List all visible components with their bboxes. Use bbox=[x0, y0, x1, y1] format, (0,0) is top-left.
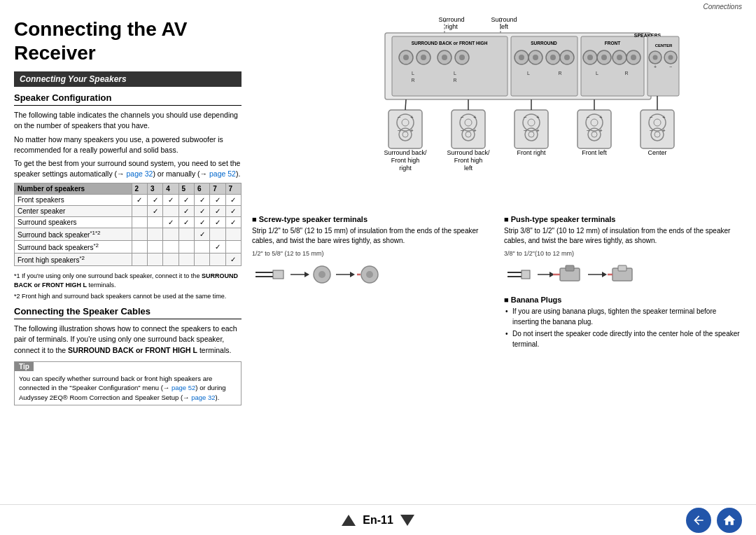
svg-point-52 bbox=[668, 55, 673, 60]
svg-point-125 bbox=[366, 271, 373, 278]
page-container: Connections Connecting the AV Receiver C… bbox=[0, 0, 756, 535]
cables-title: Connecting the Speaker Cables bbox=[14, 306, 241, 319]
prev-page-button[interactable] bbox=[342, 515, 356, 526]
svg-text:+: + bbox=[662, 114, 666, 120]
svg-marker-119 bbox=[304, 272, 309, 277]
table-row: Surround speakers ✓✓✓✓✓ bbox=[15, 216, 241, 228]
svg-text:−: − bbox=[587, 127, 590, 134]
banana-title: Banana Plugs bbox=[504, 296, 742, 304]
back-button[interactable] bbox=[686, 508, 711, 533]
svg-point-41 bbox=[617, 55, 622, 60]
svg-text:Front high: Front high bbox=[454, 157, 483, 164]
speaker-table: Number of speakers 2 3 4 5 6 7 7 Front s… bbox=[14, 183, 241, 267]
home-icon bbox=[722, 513, 736, 527]
svg-text:SURROUND BACK or FRONT HIGH: SURROUND BACK or FRONT HIGH bbox=[412, 41, 488, 46]
section-header: Connecting Your Speakers bbox=[14, 71, 241, 87]
svg-point-49 bbox=[653, 55, 658, 60]
svg-marker-123 bbox=[350, 272, 355, 277]
speaker-config-title: Speaker Configuration bbox=[14, 92, 241, 106]
tip-page32-link[interactable]: page 32 bbox=[191, 394, 215, 401]
tip-box: Tip You can specify whether surround bac… bbox=[14, 361, 241, 405]
svg-point-15 bbox=[403, 55, 409, 60]
svg-text:Surround back/: Surround back/ bbox=[447, 149, 490, 156]
tip-page52-link[interactable]: page 52 bbox=[172, 384, 195, 391]
table-col-7b: 7 bbox=[225, 183, 241, 194]
page-title: Connecting the AV Receiver bbox=[14, 18, 241, 64]
svg-text:−: − bbox=[398, 127, 401, 134]
svg-point-29 bbox=[533, 55, 538, 60]
svg-text:right: right bbox=[445, 23, 458, 30]
svg-text:−: − bbox=[461, 127, 464, 134]
svg-text:left: left bbox=[500, 23, 509, 30]
table-row: Surround back speaker*1*2 ✓ bbox=[15, 228, 241, 240]
table-col-4: 4 bbox=[163, 183, 178, 194]
speaker-config-para3: To get the best from your surround sound… bbox=[14, 158, 241, 179]
svg-text:R: R bbox=[411, 78, 414, 83]
svg-text:+: + bbox=[599, 114, 603, 120]
section-label: Connections bbox=[703, 3, 742, 11]
svg-text:right: right bbox=[399, 165, 412, 172]
cables-para: The following illustration shows how to … bbox=[14, 324, 241, 356]
banana-section: Banana Plugs • If you are using banana p… bbox=[504, 296, 742, 349]
footer-nav-icons bbox=[686, 508, 742, 533]
banana-point-2: Do not insert the speaker code directly … bbox=[512, 330, 740, 348]
table-col-5: 5 bbox=[178, 183, 194, 194]
svg-rect-90 bbox=[640, 110, 674, 148]
svg-text:L: L bbox=[527, 71, 530, 76]
push-terminal-block: Push-type speaker terminals Strip 3/8" t… bbox=[504, 215, 742, 349]
home-button[interactable] bbox=[717, 508, 742, 533]
left-column: Connecting the AV Receiver Connecting Yo… bbox=[14, 12, 252, 504]
svg-point-21 bbox=[459, 55, 465, 60]
svg-text:Surround: Surround bbox=[438, 16, 464, 23]
svg-text:CENTER: CENTER bbox=[655, 43, 673, 48]
terminals-section: Screw-type speaker terminals Strip 1/2" … bbox=[252, 215, 742, 349]
svg-text:+: + bbox=[473, 127, 477, 134]
next-page-button[interactable] bbox=[400, 515, 414, 526]
table-col-6: 6 bbox=[194, 183, 209, 194]
svg-text:L: L bbox=[454, 71, 456, 76]
table-col-3: 3 bbox=[147, 183, 162, 194]
svg-text:−: − bbox=[587, 114, 590, 120]
push-terminal-desc: Strip 3/8" to 1/2" (10 to 12 mm) of insu… bbox=[504, 226, 742, 246]
back-icon bbox=[692, 513, 706, 527]
svg-marker-136 bbox=[602, 272, 607, 277]
svg-text:Surround: Surround bbox=[491, 16, 517, 23]
svg-text:+: + bbox=[599, 127, 603, 134]
svg-text:+: + bbox=[536, 127, 540, 134]
svg-rect-72 bbox=[514, 110, 548, 148]
svg-text:−: − bbox=[524, 127, 527, 134]
svg-point-17 bbox=[421, 55, 426, 60]
svg-text:Front high: Front high bbox=[391, 157, 420, 164]
page-number: En-11 bbox=[363, 514, 393, 527]
svg-rect-117 bbox=[273, 270, 284, 279]
svg-text:R: R bbox=[453, 78, 456, 83]
screw-terminal-desc: Strip 1/2" to 5/8" (12 to 15 mm) of insu… bbox=[252, 226, 490, 246]
svg-rect-133 bbox=[566, 265, 574, 271]
tip-label: Tip bbox=[15, 362, 34, 371]
speaker-diagram-svg: Surround right Surround left SURROUND BA… bbox=[252, 12, 742, 194]
svg-text:−: − bbox=[524, 114, 527, 120]
svg-text:+: + bbox=[654, 64, 657, 69]
svg-point-27 bbox=[519, 55, 524, 60]
svg-text:Front right: Front right bbox=[517, 149, 546, 156]
svg-point-39 bbox=[601, 55, 607, 60]
push-wire-diagram bbox=[504, 258, 644, 290]
svg-text:+: + bbox=[410, 114, 414, 120]
footnote-2: *2 Front high and surround back speakers… bbox=[14, 292, 241, 301]
svg-point-33 bbox=[564, 55, 570, 60]
speaker-diagram: Surround right Surround left SURROUND BA… bbox=[252, 12, 742, 208]
svg-text:FRONT: FRONT bbox=[605, 41, 620, 46]
push-terminal-title: Push-type speaker terminals bbox=[504, 215, 742, 223]
svg-rect-129 bbox=[522, 270, 530, 279]
svg-text:R: R bbox=[558, 71, 561, 76]
page52-link[interactable]: page 52 bbox=[209, 169, 236, 178]
table-col-2: 2 bbox=[132, 183, 147, 194]
svg-text:+: + bbox=[536, 114, 540, 120]
svg-line-99 bbox=[405, 99, 406, 110]
footnote-1: *1 If you're using only one surround bac… bbox=[14, 272, 241, 289]
svg-rect-81 bbox=[578, 110, 611, 148]
page32-link[interactable]: page 32 bbox=[126, 169, 153, 178]
right-column: Surround right Surround left SURROUND BA… bbox=[252, 12, 742, 504]
table-row: Surround back speakers*2 ✓ bbox=[15, 240, 241, 253]
tip-content: You can specify whether surround back or… bbox=[15, 371, 241, 405]
